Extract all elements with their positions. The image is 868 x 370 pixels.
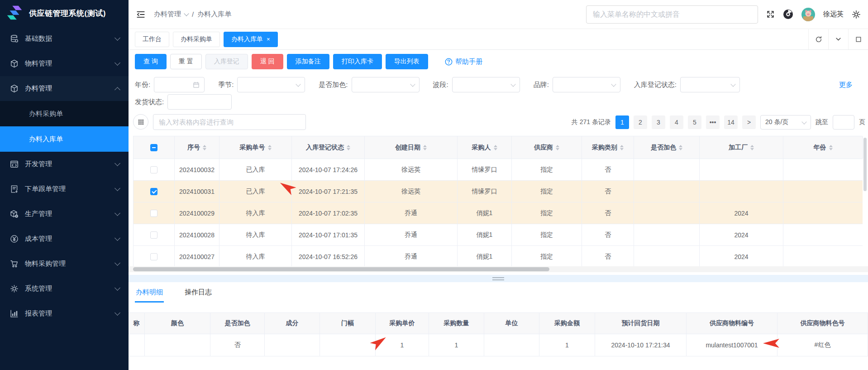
toolbar-button[interactable]: 添加备注 bbox=[287, 54, 329, 69]
table-cell bbox=[634, 246, 700, 267]
toolbar-button[interactable]: 查 询 bbox=[135, 54, 167, 69]
column-settings-button[interactable] bbox=[133, 114, 148, 130]
chevron-down-icon bbox=[114, 310, 120, 316]
chevron-down-icon[interactable] bbox=[828, 29, 848, 49]
pagination-page[interactable]: 1 bbox=[615, 115, 629, 129]
pagination-page[interactable]: 14 bbox=[724, 115, 738, 129]
row-checkbox[interactable] bbox=[150, 210, 157, 217]
table-cell: 否 bbox=[582, 224, 634, 245]
column-header[interactable]: 创建日期 bbox=[365, 136, 458, 159]
chevron-down-icon bbox=[114, 235, 120, 241]
select-input[interactable] bbox=[680, 77, 740, 92]
horizontal-scrollbar[interactable] bbox=[129, 266, 868, 272]
column-header[interactable]: 入库登记状态 bbox=[292, 136, 365, 159]
column-header-label: 采购类别 bbox=[592, 144, 617, 152]
detail-tab[interactable]: 办料明细 bbox=[135, 284, 164, 303]
pagination-ellipsis[interactable]: ••• bbox=[706, 115, 720, 129]
page-size-select[interactable]: 20 条/页 bbox=[760, 115, 811, 130]
checkbox-cell bbox=[134, 224, 175, 245]
column-header[interactable]: 采购单号 bbox=[219, 136, 292, 159]
table-cell: 指定 bbox=[512, 159, 582, 180]
table-cell bbox=[634, 202, 700, 224]
toolbar-button[interactable]: 重 置 bbox=[170, 54, 202, 69]
table-row[interactable]: 2024100028待入库2024-10-07 17:01:35乔通俏妮1指定否… bbox=[134, 224, 863, 246]
sidebar-item[interactable]: 办料管理 bbox=[0, 76, 129, 101]
table-row[interactable]: 2024100029待入库2024-10-07 17:02:35乔通俏妮1指定否… bbox=[134, 202, 863, 224]
detail-table: 称颜色是否加色成分门幅采购单价采购数量单位采购金额预计回货日期供应商物料编号供应… bbox=[129, 312, 868, 356]
sidebar-item[interactable]: 下单跟单管理 bbox=[0, 177, 129, 202]
table-cell: 2024 bbox=[700, 202, 783, 224]
table-row[interactable]: 2024100031已入库2024-10-07 17:21:35徐远英情缘罗口指… bbox=[134, 181, 863, 202]
settings-gear-icon[interactable] bbox=[852, 10, 861, 19]
pagination-page[interactable]: 3 bbox=[652, 115, 665, 129]
sidebar-subitem[interactable]: 办料入库单 bbox=[0, 126, 129, 152]
badge-icon[interactable] bbox=[783, 9, 793, 19]
column-header[interactable]: 加工厂 bbox=[700, 136, 783, 159]
sidebar-item[interactable]: 物料管理 bbox=[0, 51, 129, 76]
select-all-checkbox[interactable] bbox=[150, 144, 157, 151]
filter-row-1: 年份:季节:是否加色:波段:品牌:入库登记状态: bbox=[135, 77, 740, 92]
text-input[interactable] bbox=[167, 94, 232, 110]
sidebar-collapse-icon[interactable] bbox=[136, 10, 146, 19]
pagination-page[interactable]: 5 bbox=[688, 115, 701, 129]
page-tab[interactable]: 工作台 bbox=[135, 32, 169, 47]
sidebar-item[interactable]: 物料采购管理 bbox=[0, 251, 129, 276]
column-header[interactable]: 是否加色 bbox=[634, 136, 700, 159]
page-tab[interactable]: 办料入库单× bbox=[224, 32, 278, 47]
avatar[interactable] bbox=[801, 8, 815, 21]
toolbar-button[interactable]: 退 回 bbox=[252, 54, 283, 69]
column-header[interactable]: 供应商 bbox=[512, 136, 582, 159]
username[interactable]: 徐远英 bbox=[823, 10, 844, 19]
more-filters-link[interactable]: 更多 bbox=[839, 81, 853, 89]
detail-tabs: 办料明细操作日志 bbox=[135, 284, 213, 303]
row-checkbox[interactable] bbox=[150, 231, 157, 239]
pagination-page[interactable]: 2 bbox=[634, 115, 647, 129]
select-input[interactable] bbox=[352, 77, 420, 92]
detail-tab[interactable]: 操作日志 bbox=[184, 284, 213, 303]
sidebar-item[interactable]: 基础数据 bbox=[0, 26, 129, 51]
column-header[interactable]: 年份 bbox=[783, 136, 863, 159]
tab-close-icon[interactable]: × bbox=[267, 36, 270, 42]
menu-search-input[interactable] bbox=[586, 5, 758, 24]
column-header[interactable]: 序号 bbox=[175, 136, 219, 159]
panel-resize-strip bbox=[129, 275, 868, 282]
pagination-page[interactable]: 4 bbox=[670, 115, 683, 129]
refresh-icon[interactable] bbox=[808, 29, 828, 49]
sidebar-subitem[interactable]: 办料采购单 bbox=[0, 101, 129, 126]
row-checkbox[interactable] bbox=[150, 188, 157, 195]
help-link[interactable]: 帮助手册 bbox=[445, 58, 482, 66]
table-cell: 指定 bbox=[512, 224, 582, 245]
date-input[interactable] bbox=[154, 77, 205, 92]
pagination-next[interactable]: > bbox=[742, 115, 756, 129]
chevron-down-icon bbox=[410, 82, 415, 86]
resize-handle[interactable] bbox=[492, 277, 504, 280]
fullscreen-icon[interactable] bbox=[766, 10, 775, 19]
table-cell: 否 bbox=[582, 181, 634, 202]
maximize-icon[interactable] bbox=[848, 29, 868, 49]
row-checkbox[interactable] bbox=[150, 166, 157, 173]
select-input[interactable] bbox=[452, 77, 520, 92]
sidebar-item[interactable]: 开发管理 bbox=[0, 152, 129, 177]
detail-row[interactable]: 否1112024-10-10 17:21:34mulantest1007001#… bbox=[129, 334, 868, 356]
breadcrumb-parent[interactable]: 办料管理 bbox=[154, 10, 181, 19]
table-row[interactable]: 2024100032已入库2024-10-07 17:24:26徐远英情缘罗口指… bbox=[134, 159, 863, 181]
sidebar-item[interactable]: 成本管理 bbox=[0, 226, 129, 251]
sidebar-item[interactable]: 生产管理 bbox=[0, 202, 129, 226]
toolbar-button[interactable]: 打印入库卡 bbox=[333, 54, 382, 69]
select-input[interactable] bbox=[553, 77, 620, 92]
sidebar-subitem-label: 办料入库单 bbox=[29, 135, 63, 144]
sidebar-menu: 基础数据物料管理办料管理办料采购单办料入库单开发管理下单跟单管理生产管理成本管理… bbox=[0, 26, 129, 326]
row-checkbox[interactable] bbox=[150, 253, 157, 260]
column-header[interactable]: 采购人 bbox=[458, 136, 512, 159]
vertical-scrollbar[interactable] bbox=[863, 137, 867, 264]
jump-page-input[interactable] bbox=[833, 115, 854, 130]
sidebar-item[interactable]: 系统管理 bbox=[0, 276, 129, 301]
sidebar-item[interactable]: 报表管理 bbox=[0, 301, 129, 326]
column-header[interactable]: 采购类别 bbox=[582, 136, 634, 159]
toolbar-button[interactable]: 入库登记 bbox=[205, 54, 248, 69]
toolbar-button[interactable]: 导出列表 bbox=[386, 54, 428, 69]
page-tab[interactable]: 办料采购单 bbox=[173, 32, 220, 47]
table-row[interactable]: 2024100027待入库2024-10-07 16:52:26乔通俏妮1指定否… bbox=[134, 246, 863, 268]
select-input[interactable] bbox=[237, 77, 305, 92]
table-search-input[interactable] bbox=[153, 114, 306, 130]
